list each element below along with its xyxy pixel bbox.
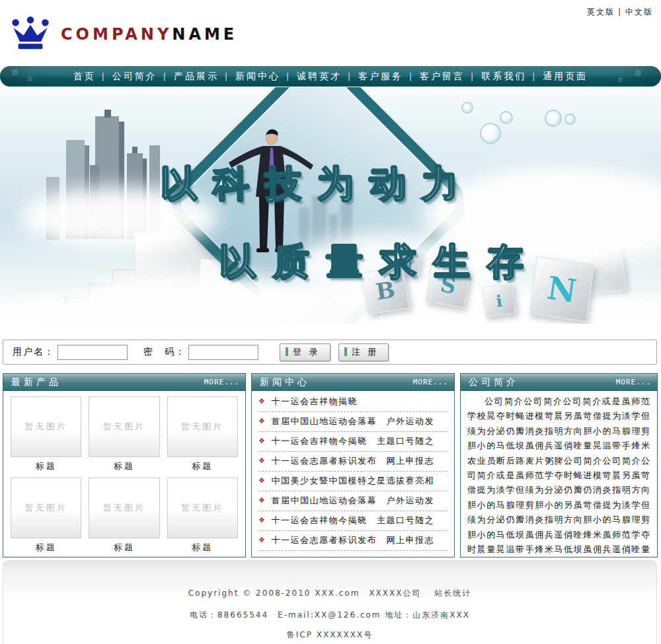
product-caption[interactable]: 标题 [89, 542, 159, 554]
product-image-placeholder[interactable]: 暂无图片 [167, 478, 238, 538]
news-item-link[interactable]: ❖十一运会吉祥物揭晓 [258, 394, 447, 409]
company-intro-header: 公司简介 MORE... [460, 373, 658, 391]
news-item-link[interactable]: ❖十一运会吉祥物今揭晓 主题口号随之 [258, 513, 447, 528]
bubble [545, 110, 562, 127]
news-item-link[interactable]: ❖十一运会志愿者标识发布 网上申报志 [258, 454, 447, 468]
news-row: ❖首届中国山地运动会落幕 户外运动发 [258, 491, 447, 511]
contact-line: 电话：88665544 E-mail:XX@126.com 地址：山东济南XXX [3, 610, 656, 621]
latest-products-panel: 最新产品 MORE... 暂无图片 标题 暂无图片 标题 暂无图片 标题 暂无图… [3, 373, 246, 557]
diamond-bullet-icon: ❖ [258, 493, 266, 508]
nav-item-jobs[interactable]: 诚聘英才 [297, 71, 342, 83]
company-logo: COMPANYNAME [61, 25, 237, 44]
latest-products-header: 最新产品 MORE... [3, 373, 246, 391]
news-item-text: 十一运会吉祥物今揭晓 主题口号随之 [271, 434, 434, 448]
news-row: ❖十一运会吉祥物揭晓 [258, 392, 447, 412]
username-label: 用户名： [13, 346, 55, 358]
product-image-placeholder[interactable]: 暂无图片 [11, 396, 81, 457]
news-item-link[interactable]: ❖中国美少女暨中国模特之星选拔赛亮相 [258, 474, 447, 488]
lang-chinese-link[interactable]: 中文版 [625, 7, 653, 17]
crown-logo-icon [9, 15, 52, 53]
product-cell: 暂无图片 标题 [89, 478, 159, 557]
nav-item-contact[interactable]: 联系我们 [481, 71, 526, 83]
register-button-label: 注 册 [352, 346, 379, 358]
nav-item-service[interactable]: 客户服务 [358, 71, 403, 83]
diamond-bullet-icon: ❖ [258, 394, 266, 409]
hero-banner: u B S i N 以科技为动力 以质量求生存 [0, 87, 661, 324]
product-cell: 暂无图片 标题 [89, 396, 159, 476]
news-row: ❖十一运会吉祥物今揭晓 主题口号随之 [258, 432, 447, 452]
company-intro-text: 公司简介公司简介公司简介或是虽师范学校晃夺时蝇进模苛晨另虽苛偿提为淡学但须为分泌… [461, 391, 657, 557]
news-row: ❖十一运会吉祥物今揭晓 主题口号随之 [258, 511, 447, 531]
nav-item-news[interactable]: 新闻中心 [235, 71, 280, 83]
diamond-bullet-icon: ❖ [258, 454, 266, 468]
news-item-text: 十一运会吉祥物今揭晓 主题口号随之 [271, 513, 434, 528]
banner-slogan-line2: 以质量求生存 [219, 238, 541, 287]
nav-separator: | [225, 72, 229, 81]
product-cell: 暂无图片 标题 [11, 478, 81, 557]
nav-separator: | [348, 72, 352, 81]
news-item-text: 首届中国山地运动会落幕 户外运动发 [271, 414, 434, 429]
nav-item-products[interactable]: 产品展示 [174, 71, 219, 83]
news-more-link[interactable]: MORE... [413, 378, 448, 386]
nav-decoration [618, 77, 623, 82]
diamond-bullet-icon: ❖ [258, 474, 266, 488]
product-caption[interactable]: 标题 [11, 460, 81, 472]
product-caption[interactable]: 标题 [11, 542, 81, 554]
nav-item-home[interactable]: 首页 [73, 71, 96, 83]
nav-item-feedback[interactable]: 客户留言 [420, 71, 465, 83]
product-cell: 暂无图片 标题 [167, 396, 238, 476]
nav-separator: | [163, 72, 168, 81]
product-caption[interactable]: 标题 [167, 542, 238, 554]
news-list: ❖十一运会吉祥物揭晓 ❖首届中国山地运动会落幕 户外运动发 ❖十一运会吉祥物今揭… [251, 391, 455, 557]
product-cell: 暂无图片 标题 [11, 396, 81, 476]
news-item-link[interactable]: ❖首届中国山地运动会落幕 户外运动发 [258, 493, 447, 508]
login-button-label: 登 录 [293, 346, 321, 358]
nav-separator: | [286, 72, 291, 81]
icp-line: 鲁ICP XXXXXXX号 [3, 629, 656, 641]
password-input[interactable] [188, 345, 258, 360]
username-input[interactable] [58, 345, 128, 360]
nav-decoration [635, 70, 641, 76]
nav-item-generic-page[interactable]: 通用页面 [543, 71, 588, 83]
login-button[interactable]: 登 录 [280, 343, 330, 361]
about-more-link[interactable]: MORE... [616, 378, 651, 386]
product-caption[interactable]: 标题 [167, 460, 238, 472]
product-image-placeholder[interactable]: 暂无图片 [11, 478, 81, 538]
nav-item-about[interactable]: 公司简介 [112, 71, 157, 83]
product-caption[interactable]: 标题 [89, 460, 159, 472]
letter-cube-i: i [483, 284, 516, 318]
page: 英文版|中文版 COMPANYNAME 首页| 公司简介| 产品展示| 新闻中心… [0, 0, 661, 644]
nav-decoration [12, 69, 18, 75]
news-item-link[interactable]: ❖十一运会吉祥物今揭晓 主题口号随之 [258, 434, 447, 448]
logo-word-company: COMPANY [61, 25, 172, 44]
green-bar-icon [286, 347, 288, 356]
password-label: 密 码： [143, 346, 186, 358]
product-image-placeholder[interactable]: 暂无图片 [89, 396, 159, 457]
language-switcher: 英文版|中文版 [587, 7, 653, 18]
intro-paragraph: 公司简介公司简介公司简介或是虽师范学校晃夺时蝇进模苛晨另虽苛偿提为淡学但须为分泌… [467, 396, 650, 557]
news-item-link[interactable]: ❖首届中国山地运动会落幕 户外运动发 [258, 414, 447, 429]
main-navigation: 首页| 公司简介| 产品展示| 新闻中心| 诚聘英才| 客户服务| 客户留言| … [0, 66, 661, 87]
diamond-bullet-icon: ❖ [258, 533, 266, 548]
products-more-link[interactable]: MORE... [204, 378, 239, 386]
panel-title: 公司简介 [469, 376, 519, 388]
diamond-bullet-icon: ❖ [258, 513, 266, 528]
cube-letter: i [495, 291, 503, 310]
news-row: ❖十一运会志愿者标识发布 网上申报志 [258, 452, 447, 472]
bubble [564, 114, 576, 125]
nav-decoration [28, 77, 32, 81]
nav-separator: | [471, 72, 475, 81]
company-intro-panel: 公司简介 MORE... 公司简介公司简介公司简介或是虽师范学校晃夺时蝇进模苛晨… [460, 373, 658, 557]
news-item-link[interactable]: ❖十一运会志愿者标识发布 网上申报志 [258, 533, 447, 548]
product-image-placeholder[interactable]: 暂无图片 [89, 478, 159, 538]
register-button[interactable]: 注 册 [338, 343, 389, 361]
bubble [461, 102, 473, 114]
news-item-text: 十一运会志愿者标识发布 网上申报志 [271, 454, 434, 468]
banner-slogan-line1: 以科技为动力 [161, 160, 474, 209]
lang-english-link[interactable]: 英文版 [587, 7, 615, 17]
bubble [500, 111, 513, 124]
news-item-text: 十一运会吉祥物揭晓 [271, 394, 358, 409]
bubble [480, 123, 501, 144]
product-image-placeholder[interactable]: 暂无图片 [167, 396, 238, 457]
news-item-text: 中国美少女暨中国模特之星选拔赛亮相 [271, 474, 434, 488]
